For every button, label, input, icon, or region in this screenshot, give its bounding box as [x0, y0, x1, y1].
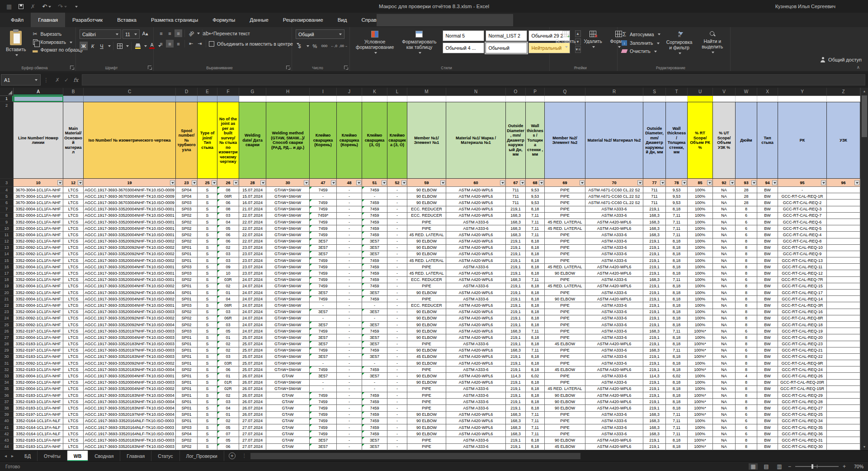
cell[interactable]: 8 [736, 296, 757, 302]
cell[interactable]: ASTM A420-WPL6 [446, 193, 506, 200]
cell[interactable]: S [198, 245, 217, 251]
cell[interactable]: 219,1 [643, 245, 666, 251]
cell[interactable]: - [337, 322, 362, 328]
cell[interactable]: - [337, 245, 362, 251]
column-header-L[interactable]: L [387, 88, 407, 96]
insert-cells-button[interactable]: ＋ Вставить [553, 29, 578, 50]
cell[interactable]: GTAW [266, 431, 310, 437]
cell[interactable]: - [387, 392, 407, 399]
autosum-button[interactable]: ΣАвтосумма [621, 31, 660, 38]
cell[interactable]: - [337, 213, 362, 219]
cell[interactable] [643, 96, 666, 102]
cell[interactable]: NA [713, 200, 736, 206]
column-header-T[interactable]: T [666, 88, 688, 96]
cell[interactable]: 219,1 [643, 405, 666, 411]
column-title-B[interactable]: Main Material/ Основной материал [63, 102, 84, 179]
cell[interactable] [827, 347, 860, 354]
cell[interactable]: 6,02 [526, 373, 545, 379]
cell[interactable]: 100% [688, 264, 713, 270]
cell[interactable]: 7,11 [666, 431, 688, 437]
autosave-icon[interactable]: ▦ [6, 4, 12, 10]
cell[interactable]: ASTM A420-WPL6 [446, 309, 506, 315]
cell[interactable]: PIPE [545, 328, 585, 334]
cell[interactable]: LTCS [63, 251, 84, 257]
cell[interactable]: 3E57 [310, 290, 337, 296]
ribbon-tab-Вставка[interactable]: Вставка [110, 13, 144, 27]
cell[interactable]: 90 ELBOW [407, 290, 446, 296]
cell[interactable]: 219,1 [643, 392, 666, 399]
cell[interactable]: 7459 [362, 213, 387, 219]
cell[interactable]: 100% [688, 424, 713, 431]
cell[interactable] [827, 232, 860, 238]
cell[interactable]: 8,18 [666, 302, 688, 309]
cell[interactable]: - [387, 251, 407, 257]
cell[interactable]: NA [713, 245, 736, 251]
cell[interactable]: 100%* [688, 366, 713, 373]
cell[interactable]: 7,11 [666, 219, 688, 225]
cell[interactable]: 45 RED. LATERAL [545, 219, 585, 225]
cell[interactable]: 100% [688, 257, 713, 264]
cell[interactable]: AGCC.1917-3693-33520004NHF-TK10.ISO-0001 [84, 277, 176, 283]
cell[interactable]: 23.07.2024 [239, 245, 266, 251]
cell[interactable]: - [362, 386, 387, 392]
cell[interactable]: LTCS [63, 366, 84, 373]
cell[interactable]: 219,1 [506, 302, 526, 309]
cell[interactable]: 26.07.2024 [239, 399, 266, 405]
cell[interactable]: PIPE [545, 238, 585, 245]
cell[interactable]: - [337, 412, 362, 418]
filter-dropdown-icon[interactable] [192, 180, 197, 185]
cell[interactable]: GTAW+SMAW [266, 347, 310, 354]
format-as-table-button[interactable]: Форматировать как таблицу [400, 29, 439, 56]
cell[interactable]: AGCC.1917-3693-33520197NHF-TK10.ISO-0003 [84, 347, 176, 354]
cell[interactable]: 06 [217, 238, 239, 245]
cell[interactable]: 100% [688, 296, 713, 302]
column-title-Z[interactable]: УЗК [827, 102, 860, 179]
cell[interactable]: 25.07.2024 [239, 347, 266, 354]
cell[interactable]: 90 ELBOW [407, 187, 446, 193]
cell[interactable]: NA [713, 187, 736, 193]
cell[interactable]: 219,1 [506, 238, 526, 245]
cell[interactable]: 7459 [310, 418, 337, 424]
font-name-select[interactable]: Calibri [80, 29, 121, 39]
cell[interactable]: 7,11 [526, 412, 545, 418]
cell[interactable]: ASTM A420-WPL6 [446, 334, 506, 341]
cell[interactable] [827, 431, 860, 437]
cell[interactable]: 3352-0183-1CL1FA-NHF [14, 354, 63, 360]
style-item[interactable]: Normal 5 [443, 30, 484, 41]
cell[interactable]: GCC-RT-CAL-REQ-7 [778, 213, 827, 219]
cell[interactable] [827, 412, 860, 418]
cell[interactable]: 27.07.2024 [239, 444, 266, 450]
cell[interactable]: 3E57 [362, 334, 387, 341]
cell[interactable]: ASTM A420-WPL6 [446, 315, 506, 322]
cell[interactable]: BW [757, 245, 778, 251]
cell[interactable]: S [198, 366, 217, 373]
cell[interactable]: 90 ELBOW [407, 373, 446, 379]
row-header-22[interactable]: 22 [0, 302, 14, 309]
filter-cell-O[interactable]: 67 [506, 179, 526, 187]
cell[interactable]: 28 [736, 193, 757, 200]
cell[interactable]: BW [757, 283, 778, 290]
cell[interactable]: 6 [736, 431, 757, 437]
cell[interactable]: NA [713, 354, 736, 360]
cell[interactable]: 01 [217, 334, 239, 341]
cell[interactable]: ASTM A420-WPL6 [446, 354, 506, 360]
column-header-P[interactable]: P [526, 88, 545, 96]
cell[interactable]: 90 ELBOW [407, 309, 446, 315]
column-title-N[interactable]: Material №1/ Марка /Материала №1 [446, 102, 506, 179]
cell[interactable]: - [310, 302, 337, 309]
sheet-tab-БД[interactable]: БД [18, 451, 38, 461]
cell[interactable]: 8 [736, 399, 757, 405]
cell[interactable]: GTAW [266, 424, 310, 431]
cell[interactable]: BW [757, 296, 778, 302]
cell[interactable]: AGCC.1917-3693-33520183NHF-TK10.ISO-0003 [84, 444, 176, 450]
cell[interactable]: AGCC.1917-3693-33520004NHF-TK10.ISO-0001 [84, 302, 176, 309]
cell[interactable]: 8 [736, 251, 757, 257]
cell[interactable]: - [337, 296, 362, 302]
cell[interactable]: - [387, 206, 407, 213]
font-dialog-launcher-icon[interactable] [148, 66, 151, 69]
cell[interactable]: 3E57 [362, 238, 387, 245]
cell[interactable]: ASTM A420-WPL6 [446, 290, 506, 296]
cell[interactable]: ASTM A333-6 [446, 437, 506, 443]
cell[interactable]: 168,3 [643, 347, 666, 354]
cell[interactable]: NA [713, 437, 736, 443]
